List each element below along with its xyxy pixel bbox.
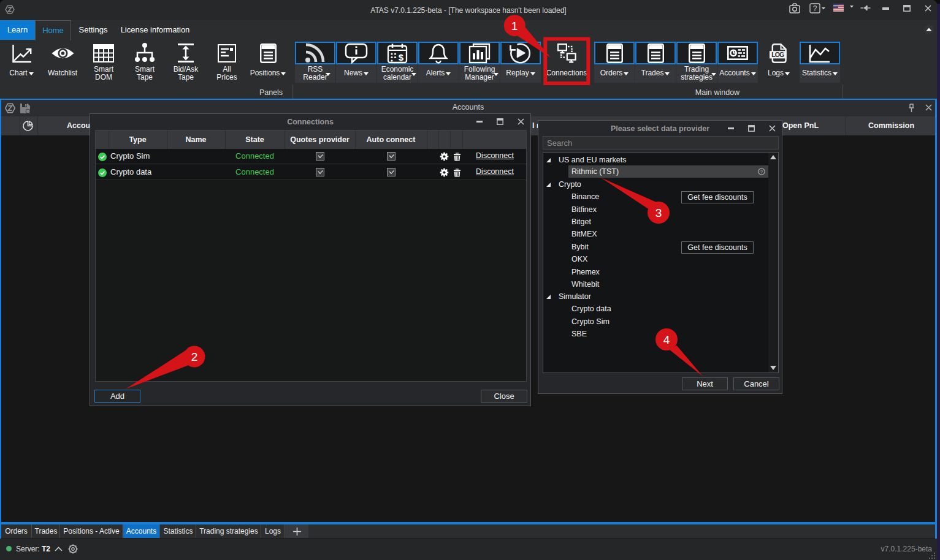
svg-text:?: ? (760, 169, 763, 175)
svg-text:LOG: LOG (771, 51, 784, 58)
svg-text:$: $ (399, 51, 404, 62)
svg-text:?: ? (813, 4, 817, 13)
